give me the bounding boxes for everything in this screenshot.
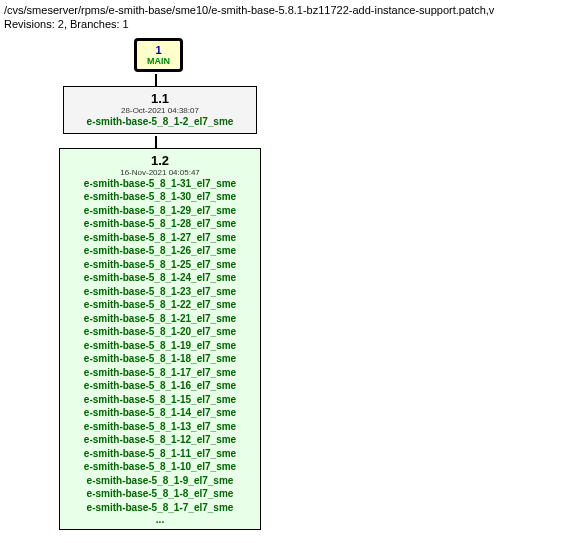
header-path: /cvs/smeserver/rpms/e-smith-base/sme10/e… bbox=[4, 4, 580, 16]
revision-number: 1.1 bbox=[72, 91, 248, 106]
revision-tag: e-smith-base-5_8_1-15_el7_sme bbox=[68, 393, 252, 407]
revision-tag: e-smith-base-5_8_1-27_el7_sme bbox=[68, 231, 252, 245]
revision-tag: e-smith-base-5_8_1-8_el7_sme bbox=[68, 487, 252, 501]
revision-tag: e-smith-base-5_8_1-24_el7_sme bbox=[68, 271, 252, 285]
revision-tag: e-smith-base-5_8_1-22_el7_sme bbox=[68, 298, 252, 312]
revision-node-1-2: 1.2 16-Nov-2021 04:05:47 e-smith-base-5_… bbox=[59, 148, 261, 531]
branch-main-node: 1 MAIN bbox=[134, 38, 183, 72]
revision-tag: e-smith-base-5_8_1-16_el7_sme bbox=[68, 379, 252, 393]
revision-tag: e-smith-base-5_8_1-7_el7_sme bbox=[68, 501, 252, 515]
revision-tag: e-smith-base-5_8_1-17_el7_sme bbox=[68, 366, 252, 380]
branch-label: MAIN bbox=[147, 56, 170, 66]
revision-tag: e-smith-base-5_8_1-10_el7_sme bbox=[68, 460, 252, 474]
revision-node-1-1: 1.1 28-Oct-2021 04:38:07 e-smith-base-5_… bbox=[63, 86, 257, 134]
revision-tag: e-smith-base-5_8_1-11_el7_sme bbox=[68, 447, 252, 461]
revision-tag: e-smith-base-5_8_1-28_el7_sme bbox=[68, 217, 252, 231]
revision-tag: e-smith-base-5_8_1-2_el7_sme bbox=[72, 115, 248, 129]
revision-tag: e-smith-base-5_8_1-30_el7_sme bbox=[68, 190, 252, 204]
revision-date: 16-Nov-2021 04:05:47 bbox=[68, 168, 252, 177]
branch-number: 1 bbox=[147, 44, 170, 56]
revision-tag: e-smith-base-5_8_1-21_el7_sme bbox=[68, 312, 252, 326]
revision-tag: e-smith-base-5_8_1-25_el7_sme bbox=[68, 258, 252, 272]
revision-tag: e-smith-base-5_8_1-31_el7_sme bbox=[68, 177, 252, 191]
cvs-graph: 1 MAIN 1.1 28-Oct-2021 04:38:07 e-smith-… bbox=[59, 38, 580, 532]
revision-tag: e-smith-base-5_8_1-9_el7_sme bbox=[68, 474, 252, 488]
revision-tag: e-smith-base-5_8_1-29_el7_sme bbox=[68, 204, 252, 218]
revision-number: 1.2 bbox=[68, 153, 252, 168]
ellipsis: ... bbox=[68, 514, 252, 525]
revision-tag: e-smith-base-5_8_1-20_el7_sme bbox=[68, 325, 252, 339]
revision-tags-list: e-smith-base-5_8_1-31_el7_smee-smith-bas… bbox=[68, 177, 252, 515]
connector-line bbox=[155, 136, 157, 148]
connector-line bbox=[155, 74, 157, 86]
header-stats: Revisions: 2, Branches: 1 bbox=[4, 18, 580, 30]
revision-tag: e-smith-base-5_8_1-14_el7_sme bbox=[68, 406, 252, 420]
revision-tag: e-smith-base-5_8_1-12_el7_sme bbox=[68, 433, 252, 447]
revision-tag: e-smith-base-5_8_1-23_el7_sme bbox=[68, 285, 252, 299]
revision-date: 28-Oct-2021 04:38:07 bbox=[72, 106, 248, 115]
revision-tag: e-smith-base-5_8_1-26_el7_sme bbox=[68, 244, 252, 258]
revision-tag: e-smith-base-5_8_1-19_el7_sme bbox=[68, 339, 252, 353]
revision-tag: e-smith-base-5_8_1-18_el7_sme bbox=[68, 352, 252, 366]
revision-tag: e-smith-base-5_8_1-13_el7_sme bbox=[68, 420, 252, 434]
